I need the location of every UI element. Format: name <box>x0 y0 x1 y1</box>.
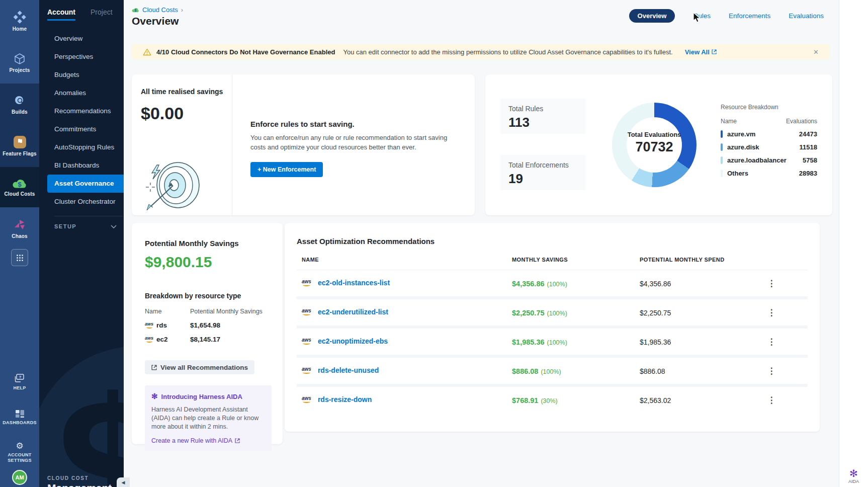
tab-evaluations[interactable]: Evaluations <box>789 12 824 20</box>
new-enforcement-button[interactable]: + New Enforcement <box>250 162 323 177</box>
rail-label: SETTINGS <box>8 458 31 463</box>
module-switcher-button[interactable] <box>11 249 28 266</box>
aida-assistant-button[interactable]: ✻ AIDA <box>839 468 868 484</box>
page-title: Overview <box>132 15 179 27</box>
resource-savings: $1,654.98 <box>190 321 271 329</box>
row-menu-kebab-icon[interactable]: ⋮ <box>766 337 776 347</box>
rail-label: Builds <box>12 109 28 115</box>
reco-table-header-row: NAME MONTHLY SAVINGS POTENTIAL MONTHLY S… <box>297 257 808 270</box>
legend-name: azure.disk <box>727 143 800 151</box>
col-header-potential-spend: POTENTIAL MONTHLY SPEND <box>640 257 725 263</box>
potential-spend-value: $886.08 <box>640 367 665 375</box>
rule-link[interactable]: ec2-underutilized-list <box>318 308 388 316</box>
tab-account[interactable]: Account <box>47 8 75 21</box>
rail-item-home[interactable]: Home <box>0 0 39 42</box>
rule-link[interactable]: rds-resize-down <box>318 395 372 403</box>
aws-icon: aws <box>145 322 153 329</box>
sidebar-item-overview[interactable]: Overview <box>39 30 124 48</box>
rail-item-help[interactable]: ? HELP <box>0 373 39 390</box>
sidebar-item-cluster-orchestrator[interactable]: Cluster Orchestrator <box>39 193 124 211</box>
dashboards-icon <box>15 410 25 418</box>
sidebar-item-anomalies[interactable]: Anomalies <box>39 84 124 102</box>
sidebar-divider <box>54 216 123 216</box>
sidebar-collapse-button[interactable]: ◀ <box>117 477 130 487</box>
breadcrumb-cloud-costs-link[interactable]: Cloud Costs <box>142 6 178 14</box>
sidebar-item-perspectives[interactable]: Perspectives <box>39 48 124 66</box>
rule-link[interactable]: rds-delete-unused <box>318 366 379 374</box>
avatar-initials: AM <box>15 474 24 480</box>
view-all-recommendations-button[interactable]: View all Recommendations <box>145 360 254 374</box>
row-menu-kebab-icon[interactable]: ⋮ <box>766 395 776 405</box>
legend-swatch <box>721 170 723 177</box>
banner-view-all-link[interactable]: View All <box>685 48 717 56</box>
governance-nav: Overview Rules Enforcements Evaluations <box>629 9 824 23</box>
total-enforcements-box: Total Enforcements 19 <box>500 155 586 190</box>
setup-label: SETUP <box>54 223 76 229</box>
table-row[interactable]: aws ec2-unoptimized-ebs $1,985.36(100%) … <box>297 329 808 358</box>
table-row[interactable]: aws rds-resize-down $768.91(30%) $2,563.… <box>297 387 808 416</box>
tab-project[interactable]: Project <box>91 8 113 21</box>
row-menu-kebab-icon[interactable]: ⋮ <box>766 307 776 318</box>
rule-link[interactable]: ec2-unoptimized-ebs <box>318 337 388 345</box>
svg-text:$: $ <box>135 9 137 13</box>
view-all-label: View All <box>685 48 710 56</box>
tab-enforcements[interactable]: Enforcements <box>729 12 770 20</box>
row-menu-kebab-icon[interactable]: ⋮ <box>766 278 776 289</box>
aida-promo-box: ✻ Introducing Harness AIDA Harness AI De… <box>145 385 272 451</box>
table-row[interactable]: aws ec2-underutilized-list $2,250.75(100… <box>297 299 808 329</box>
external-link-icon <box>235 438 240 443</box>
row-menu-kebab-icon[interactable]: ⋮ <box>766 366 776 376</box>
resource-name: ec2 <box>156 336 168 343</box>
aida-create-rule-link[interactable]: Create a new Rule with AIDA <box>151 437 240 444</box>
tab-overview[interactable]: Overview <box>629 9 675 23</box>
rail-item-chaos[interactable]: Chaos <box>0 207 39 251</box>
monthly-savings-value: $1,985.36 <box>512 338 545 346</box>
sidebar-item-bi-dashboards[interactable]: BI Dashboards <box>39 156 124 175</box>
sidebar-item-commitments[interactable]: Commitments <box>39 120 124 138</box>
rail-item-projects[interactable]: Projects <box>0 42 39 84</box>
sidebar-menu: Overview Perspectives Budgets Anomalies … <box>39 30 124 211</box>
evaluations-stats-card: Total Rules 113 Total Enforcements 19 To… <box>485 74 832 215</box>
scope-tabs: Account Project <box>39 0 124 21</box>
sidebar-item-asset-governance[interactable]: Asset Governance <box>47 175 124 193</box>
sidebar-item-autostopping-rules[interactable]: AutoStopping Rules <box>39 138 124 156</box>
aws-icon: aws <box>302 396 311 403</box>
rail-item-dashboards[interactable]: DASHBOARDS <box>0 410 39 425</box>
builds-icon <box>14 95 26 107</box>
user-avatar[interactable]: AM <box>12 470 27 485</box>
breadcrumb: $ Cloud Costs › <box>132 6 183 14</box>
feature-flags-icon <box>14 136 26 148</box>
rule-link[interactable]: ec2-old-instances-list <box>318 279 390 287</box>
potential-spend-value: $4,356.86 <box>640 280 671 288</box>
banner-title: 4/10 Cloud Connectors Do Not Have Govern… <box>156 48 335 56</box>
table-row[interactable]: aws rds-delete-unused $886.08(100%) $886… <box>297 358 808 387</box>
aida-flower-icon: ✻ <box>849 468 858 478</box>
mouse-cursor <box>693 12 701 23</box>
savings-percent: (100%) <box>547 281 567 288</box>
breakdown-row: aws ec2 $8,145.17 <box>145 336 271 343</box>
potential-savings-title: Potential Monthly Savings <box>145 239 271 248</box>
monthly-savings-value: $886.08 <box>512 367 538 375</box>
rail-item-builds[interactable]: Builds <box>0 84 39 125</box>
legend-value-header: Evaluations <box>786 118 817 125</box>
aida-promo-body: Harness AI Development Assistant (AIDA) … <box>151 405 265 431</box>
sidebar-item-recommendations[interactable]: Recommendations <box>39 102 124 120</box>
rail-label: HELP <box>13 385 26 390</box>
legend-title: Resource Breakdown <box>721 104 817 111</box>
banner-close-icon[interactable]: ✕ <box>813 48 819 56</box>
sidebar-item-budgets[interactable]: Budgets <box>39 66 124 84</box>
rail-item-account-settings[interactable]: ⚙ ACCOUNT SETTINGS <box>0 442 39 463</box>
rail-item-feature-flags[interactable]: Feature Flags <box>0 125 39 167</box>
enforce-cta-section: Enforce rules to start saving. You can e… <box>232 74 475 215</box>
table-row[interactable]: aws ec2-old-instances-list $4,356.86(100… <box>297 270 808 299</box>
potential-spend-value: $2,563.02 <box>640 396 671 404</box>
donut-title: Total Evaluations <box>612 131 697 138</box>
cloud-costs-breadcrumb-icon: $ <box>132 7 139 13</box>
main-content: $ Cloud Costs › Overview Overview Rules … <box>124 0 839 487</box>
gear-icon: ⚙ <box>16 442 23 450</box>
rail-item-cloud-costs[interactable]: $ Cloud Costs <box>0 167 39 207</box>
banner-body: You can edit connector to add the missin… <box>343 48 672 56</box>
sidebar-setup-toggle[interactable]: SETUP <box>39 221 124 229</box>
apps-grid-icon <box>16 254 24 262</box>
help-chat-icon: ? <box>14 373 25 383</box>
